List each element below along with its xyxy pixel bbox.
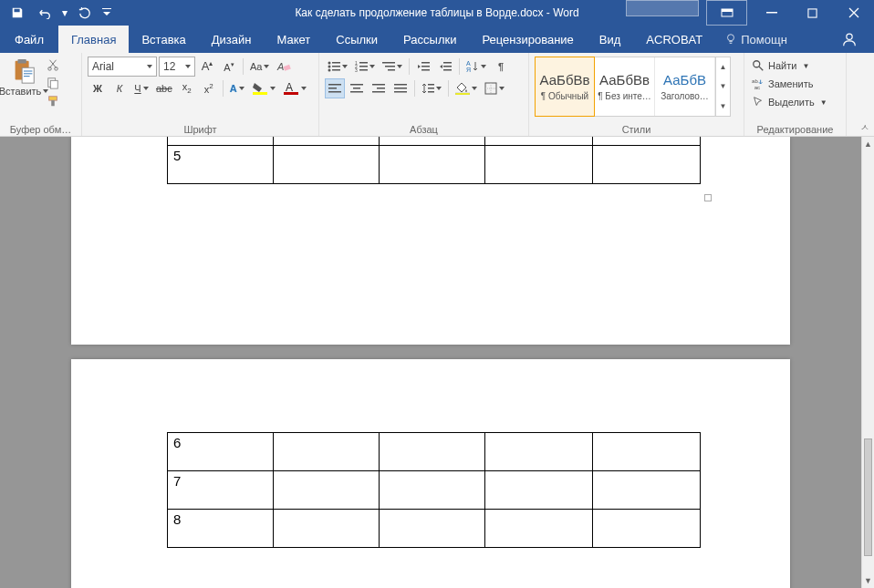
bold-button[interactable]: Ж: [88, 78, 108, 98]
font-name-combo[interactable]: Arial: [88, 57, 157, 77]
numbering-button[interactable]: 123: [352, 57, 378, 77]
format-painter-button[interactable]: [44, 93, 62, 109]
tab-view[interactable]: Вид: [587, 26, 634, 53]
find-button[interactable]: Найти▼: [750, 57, 840, 75]
tab-layout[interactable]: Макет: [264, 26, 323, 53]
table-row[interactable]: 8: [168, 510, 701, 548]
highlight-button[interactable]: [249, 78, 278, 98]
style-no-spacing[interactable]: АаБбВв ¶ Без инте…: [595, 57, 655, 116]
change-case-button[interactable]: Aa: [247, 57, 272, 77]
align-right-button[interactable]: [369, 78, 389, 98]
align-center-button[interactable]: [347, 78, 367, 98]
tab-insert[interactable]: Вставка: [129, 26, 198, 53]
redo-icon: [78, 6, 91, 19]
account-login[interactable]: [626, 0, 699, 16]
svg-rect-49: [372, 84, 385, 86]
page-2[interactable]: 6 7 8: [71, 359, 790, 588]
table-2[interactable]: 6 7 8: [167, 432, 701, 548]
tab-mailings[interactable]: Рассылки: [390, 26, 469, 53]
page-1[interactable]: 5: [71, 137, 790, 345]
scroll-up-button[interactable]: ▲: [862, 137, 874, 151]
svg-rect-8: [22, 67, 34, 83]
maximize-button[interactable]: [792, 0, 833, 26]
replace-button[interactable]: abac Заменить: [750, 75, 840, 93]
styles-more[interactable]: ▼: [716, 97, 730, 116]
share-button[interactable]: [825, 26, 874, 53]
table-1[interactable]: 5: [167, 137, 701, 184]
subscript-button[interactable]: x2: [177, 78, 197, 98]
table-row[interactable]: 5: [168, 146, 701, 184]
multilevel-list-button[interactable]: [380, 57, 405, 77]
undo-dropdown[interactable]: ▾: [60, 2, 69, 24]
svg-rect-21: [332, 62, 340, 64]
highlight-icon: [252, 81, 268, 96]
text-effects-button[interactable]: A: [227, 78, 247, 98]
shading-button[interactable]: [453, 78, 480, 98]
tab-references[interactable]: Ссылки: [323, 26, 390, 53]
minimize-button[interactable]: [751, 0, 792, 26]
bullets-button[interactable]: [325, 57, 350, 77]
table-row[interactable]: [168, 137, 701, 146]
increase-indent-button[interactable]: [435, 57, 455, 77]
font-color-button[interactable]: A: [280, 78, 309, 98]
save-button[interactable]: [5, 2, 29, 24]
scroll-thumb[interactable]: [864, 438, 872, 557]
underline-button[interactable]: Ч: [131, 78, 151, 98]
style-heading1[interactable]: АаБбВ Заголово…: [655, 57, 715, 116]
decrease-indent-button[interactable]: [413, 57, 433, 77]
redo-button[interactable]: [73, 2, 97, 24]
cut-button[interactable]: [44, 57, 62, 73]
tab-file[interactable]: Файл: [0, 26, 58, 53]
table-end-marker[interactable]: [704, 194, 712, 201]
copy-button[interactable]: [44, 75, 62, 91]
table-row[interactable]: 7: [168, 471, 701, 510]
close-button[interactable]: [833, 0, 874, 26]
styles-scroll-down[interactable]: ▼: [716, 77, 730, 96]
grow-font-button[interactable]: A▴: [197, 57, 217, 77]
show-marks-button[interactable]: ¶: [491, 57, 511, 77]
scroll-track[interactable]: [862, 151, 874, 573]
sort-button[interactable]: AЯ: [463, 57, 489, 77]
svg-text:3: 3: [355, 67, 358, 72]
svg-rect-2: [766, 12, 777, 14]
bullets-icon: [328, 61, 340, 72]
outdent-icon: [417, 61, 430, 72]
clear-formatting-button[interactable]: A: [274, 57, 294, 77]
group-clipboard: Вставить Буфер обм…: [0, 53, 82, 136]
strikethrough-button[interactable]: abc: [153, 78, 175, 98]
table-row[interactable]: 6: [168, 433, 701, 471]
align-left-button[interactable]: [325, 78, 345, 98]
collapse-ribbon-button[interactable]: ㅅ: [858, 121, 872, 134]
tell-me-search[interactable]: Помощн: [715, 26, 796, 53]
tab-review[interactable]: Рецензирование: [469, 26, 586, 53]
paragraph-group-label: Абзац: [323, 123, 525, 136]
svg-rect-37: [421, 69, 430, 71]
document-area[interactable]: 5 6 7 8: [0, 137, 861, 588]
italic-button[interactable]: К: [109, 78, 130, 98]
qat-customize[interactable]: [100, 2, 113, 24]
quick-access-toolbar: ▾: [0, 2, 113, 24]
superscript-button[interactable]: x2: [199, 78, 219, 98]
svg-rect-35: [421, 62, 430, 64]
svg-rect-55: [428, 84, 434, 86]
ribbon-display-options[interactable]: [706, 0, 747, 26]
scroll-down-button[interactable]: ▼: [862, 573, 874, 588]
svg-rect-13: [49, 97, 57, 100]
shrink-font-button[interactable]: A▾: [219, 57, 239, 77]
font-color-icon: A: [283, 81, 299, 96]
group-font: Arial 12 A▴ A▾ Aa A Ж К Ч abc x2 x2 A A: [82, 53, 319, 136]
select-button[interactable]: Выделить▼: [750, 93, 840, 111]
tab-acrobat[interactable]: ACROBAT: [633, 26, 715, 53]
format-painter-icon: [47, 95, 59, 108]
borders-button[interactable]: [482, 78, 507, 98]
justify-button[interactable]: [390, 78, 411, 98]
undo-button[interactable]: [33, 2, 57, 24]
tab-design[interactable]: Дизайн: [199, 26, 265, 53]
line-spacing-button[interactable]: [419, 78, 444, 98]
paste-button[interactable]: Вставить: [4, 55, 44, 109]
style-normal[interactable]: АаБбВв ¶ Обычный: [535, 57, 595, 117]
styles-scroll-up[interactable]: ▲: [716, 57, 730, 77]
font-size-combo[interactable]: 12: [159, 57, 195, 77]
cut-icon: [47, 58, 59, 71]
tab-home[interactable]: Главная: [58, 26, 129, 53]
